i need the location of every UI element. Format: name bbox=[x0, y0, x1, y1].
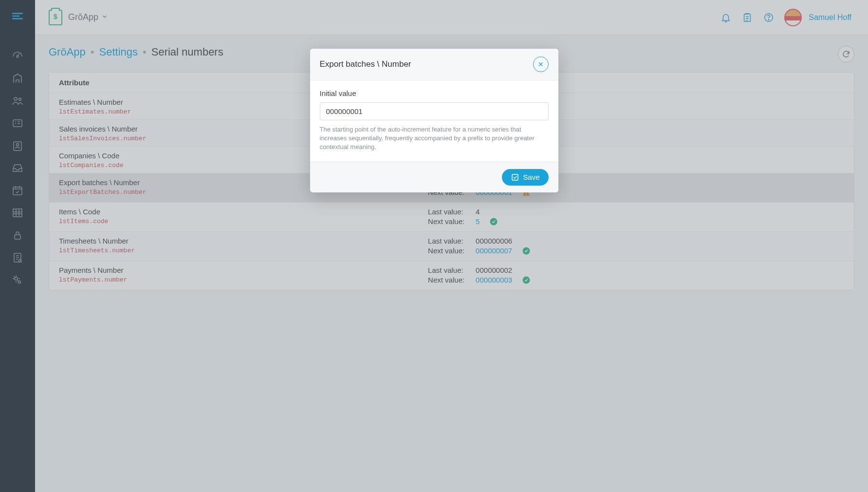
svg-rect-21 bbox=[512, 174, 518, 180]
save-button-label: Save bbox=[523, 173, 539, 181]
modal: Export batches \ Number ✕ Initial value … bbox=[310, 49, 558, 192]
modal-footer: Save bbox=[310, 162, 558, 192]
modal-title: Export batches \ Number bbox=[320, 59, 533, 69]
initial-value-input[interactable] bbox=[320, 102, 549, 120]
modal-body: Initial value The starting point of the … bbox=[310, 80, 558, 162]
save-icon bbox=[511, 173, 519, 182]
modal-overlay[interactable]: Export batches \ Number ✕ Initial value … bbox=[0, 0, 868, 492]
save-button[interactable]: Save bbox=[502, 169, 548, 186]
initial-value-help: The starting point of the auto-increment… bbox=[320, 125, 549, 152]
modal-close-button[interactable]: ✕ bbox=[533, 57, 549, 72]
initial-value-label: Initial value bbox=[320, 89, 549, 97]
close-icon: ✕ bbox=[538, 60, 544, 68]
modal-header: Export batches \ Number ✕ bbox=[310, 49, 558, 80]
